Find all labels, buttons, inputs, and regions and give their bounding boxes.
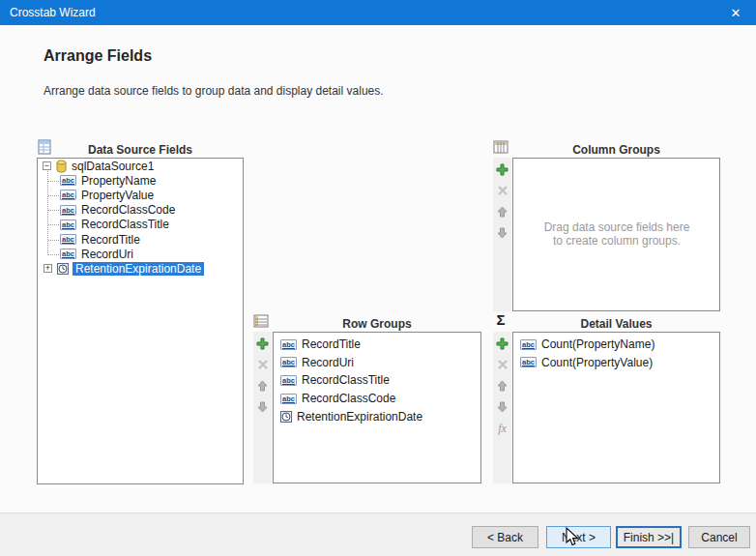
- row-group-label: RetentionExpirationDate: [297, 410, 422, 424]
- text-field-icon: abc: [60, 219, 76, 230]
- datetime-field-icon: [57, 263, 69, 275]
- detail-value-label: Count(PropertyValue): [541, 356, 653, 369]
- row-group-item[interactable]: RetentionExpirationDate: [274, 407, 480, 425]
- remove-column-group-button[interactable]: [495, 184, 509, 197]
- page-title: Arrange Fields: [44, 47, 152, 65]
- move-up-row-group-button[interactable]: [255, 379, 270, 393]
- text-field-icon: abc: [280, 357, 297, 367]
- window-title: Crosstab Wizard: [0, 6, 96, 19]
- row-groups-toolbar: [253, 332, 272, 483]
- back-button[interactable]: < Back: [472, 526, 538, 548]
- database-icon: [55, 160, 68, 173]
- field-label: RecordClassTitle: [81, 218, 169, 231]
- row-group-label: RecordUri: [302, 356, 354, 369]
- detail-values-toolbar: fx: [493, 332, 511, 483]
- field-row[interactable]: abc PropertyName: [38, 173, 243, 188]
- text-field-icon: abc: [60, 190, 76, 200]
- text-field-icon: abc: [280, 339, 297, 350]
- detail-value-label: Count(PropertyName): [541, 337, 654, 351]
- field-label-selected: RetentionExpirationDate: [73, 262, 204, 276]
- sigma-icon: Σ: [493, 312, 509, 328]
- crosstab-wizard-dialog: Crosstab Wizard ✕ Arrange Fields Arrange…: [0, 0, 756, 556]
- row-group-label: RecordTitle: [302, 337, 361, 351]
- move-down-detail-value-button[interactable]: [495, 400, 509, 414]
- row-group-item[interactable]: abc RecordTitle: [274, 336, 480, 354]
- text-field-icon: abc: [60, 175, 76, 186]
- text-field-icon: abc: [60, 205, 76, 216]
- field-label: RecordTitle: [81, 233, 140, 247]
- move-down-row-group-button[interactable]: [255, 400, 270, 414]
- column-groups-title: Column Groups: [512, 143, 720, 157]
- mouse-cursor-icon: [566, 527, 581, 548]
- row-group-item[interactable]: abc RecordUri: [274, 354, 480, 372]
- datasource-label: sqlDataSource1: [72, 160, 154, 173]
- field-label: RecordClassCode: [81, 203, 175, 217]
- collapse-expander-icon[interactable]: −: [43, 161, 51, 170]
- tree-root-row[interactable]: − sqlDataSource1: [38, 159, 243, 173]
- row-group-item[interactable]: abc RecordClassCode: [274, 390, 480, 408]
- text-field-icon: abc: [60, 249, 76, 259]
- row-group-item[interactable]: abc RecordClassTitle: [274, 371, 480, 390]
- field-row[interactable]: abc PropertyValue: [38, 188, 243, 202]
- data-source-fields-tree: − sqlDataSource1 abc PropertyName abc Pr…: [38, 159, 243, 277]
- text-field-icon: abc: [520, 339, 537, 350]
- row-group-label: RecordClassTitle: [302, 373, 390, 387]
- titlebar: Crosstab Wizard ✕: [0, 0, 756, 25]
- field-row[interactable]: abc RecordUri: [38, 247, 243, 261]
- row-groups-title: Row Groups: [273, 317, 481, 331]
- field-label: PropertyName: [81, 174, 156, 188]
- field-label: PropertyValue: [81, 189, 154, 202]
- text-field-icon: abc: [280, 375, 297, 386]
- detail-values-title: Detail Values: [512, 317, 720, 331]
- field-label: RecordUri: [81, 248, 133, 261]
- add-row-group-button[interactable]: [255, 337, 270, 350]
- close-icon[interactable]: ✕: [715, 0, 756, 25]
- text-field-icon: abc: [280, 394, 297, 404]
- detail-value-item[interactable]: abc Count(PropertyName): [513, 336, 719, 354]
- text-field-icon: abc: [60, 234, 76, 245]
- datetime-field-icon: [280, 411, 292, 423]
- remove-row-group-button[interactable]: [255, 358, 270, 371]
- finish-button[interactable]: Finish >>|: [616, 526, 682, 548]
- column-groups-placeholder: Drag data source fields here to create c…: [513, 158, 720, 310]
- data-source-fields-title: Data Source Fields: [37, 143, 244, 157]
- column-groups-toolbar: [493, 158, 511, 311]
- row-groups-icon: [253, 313, 269, 329]
- expand-expander-icon[interactable]: +: [44, 264, 52, 273]
- row-groups-list: abc RecordTitle abc RecordUri abc Record…: [274, 333, 480, 425]
- add-detail-value-button[interactable]: [495, 337, 509, 350]
- remove-detail-value-button[interactable]: [495, 358, 509, 371]
- column-groups-icon: [493, 139, 509, 155]
- row-group-label: RecordClassCode: [302, 392, 395, 405]
- add-column-group-button[interactable]: [495, 162, 509, 176]
- field-row[interactable]: abc RecordTitle: [38, 232, 243, 247]
- move-up-detail-value-button[interactable]: [495, 379, 509, 393]
- expression-fx-button[interactable]: fx: [495, 422, 509, 435]
- detail-value-item[interactable]: abc Count(PropertyValue): [513, 354, 719, 372]
- field-row[interactable]: abc RecordClassTitle: [38, 218, 243, 232]
- move-down-column-group-button[interactable]: [495, 226, 509, 240]
- field-row-selected[interactable]: + RetentionExpirationDate: [38, 261, 243, 276]
- page-subtitle: Arrange data source fields to group data…: [44, 84, 384, 98]
- move-up-column-group-button[interactable]: [495, 205, 509, 219]
- text-field-icon: abc: [520, 357, 537, 367]
- field-row[interactable]: abc RecordClassCode: [38, 203, 243, 218]
- cancel-button[interactable]: Cancel: [688, 526, 750, 548]
- detail-values-list: abc Count(PropertyName) abc Count(Proper…: [513, 333, 719, 371]
